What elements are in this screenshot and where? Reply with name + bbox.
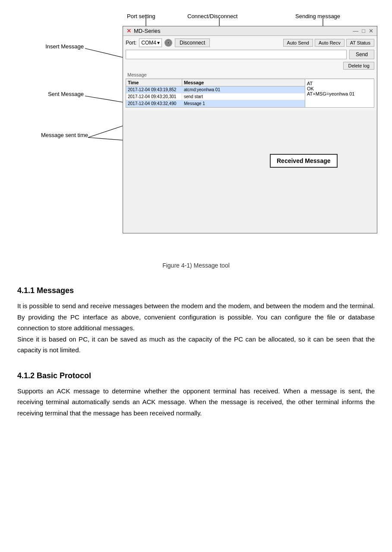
section-messages: 4.1.1 Messages It is possible to send an… [17, 286, 375, 356]
title-x-icon: ✕ [126, 28, 131, 34]
window-title: MD-Series [134, 28, 160, 34]
svg-line-5 [88, 124, 127, 137]
annotation-insert: Insert Message [32, 43, 84, 50]
window-titlebar: ✕ MD-Series — □ ✕ [123, 26, 377, 36]
cell-time-2: 2017-12-04 09:43:20,301 [126, 93, 182, 100]
svg-line-6 [88, 137, 127, 140]
svg-line-3 [85, 48, 127, 58]
col-message-header: Message [182, 79, 305, 86]
svg-line-4 [85, 96, 127, 103]
port-row: Port: COM4 ▾ Disconnect Auto Send [126, 38, 374, 47]
input-row: Send [126, 50, 374, 59]
right-line-1: AT [307, 81, 372, 86]
section-basic-protocol: 4.1.2 Basic Protocol Supports an ACK mes… [17, 371, 375, 419]
section-para-1: It is possible to send and receive messa… [17, 300, 375, 334]
table-row: 2017-12-04 09:43:32,490 Message 1 [126, 100, 305, 107]
auto-send-button[interactable]: Auto Send [283, 39, 313, 47]
port-value: COM4 [141, 40, 156, 46]
port-icon [164, 39, 172, 47]
section-body-messages: It is possible to send and receive messa… [17, 300, 375, 356]
annotation-port-setting: Port setting [127, 13, 155, 19]
svg-point-9 [168, 42, 169, 44]
window-mockup: ✕ MD-Series — □ ✕ Port: COM4 ▾ [123, 26, 377, 233]
disconnect-button[interactable]: Disconnect [175, 38, 210, 47]
section-para-2: Since it is based on PC, it can be saved… [17, 334, 375, 356]
figure-container: Port setting Connect/Disconnect Sending … [17, 9, 375, 269]
message-table: Time Message 2017-12-04 09:43:19,852 atc… [126, 79, 305, 108]
window-controls: — □ ✕ [353, 28, 373, 34]
minimize-icon[interactable]: — [353, 28, 358, 34]
cell-content-3: Message 1 [182, 100, 305, 107]
send-button[interactable]: Send [349, 50, 374, 59]
annotation-msg-sent-time: Message sent time [32, 132, 88, 138]
annotation-sending: Sending message [295, 13, 340, 19]
cell-time-1: 2017-12-04 09:43:19,852 [126, 86, 182, 93]
figure-caption: Figure 4-1) Message tool [162, 262, 230, 269]
delete-log-row: Delete log [126, 62, 374, 70]
cell-time-3: 2017-12-04 09:43:32,490 [126, 100, 182, 107]
window-title-left: ✕ MD-Series [126, 28, 160, 34]
diagram-area: Port setting Connect/Disconnect Sending … [23, 9, 369, 251]
btn-right-group: Auto Send Auto Recv AT Status [283, 39, 374, 47]
message-section: Time Message 2017-12-04 09:43:19,852 atc… [126, 79, 374, 108]
col-time-header: Time [126, 79, 182, 86]
dropdown-icon: ▾ [157, 40, 160, 46]
section-heading-messages: 4.1.1 Messages [17, 286, 375, 295]
annotation-sent: Sent Message [32, 91, 84, 97]
window-body: Port: COM4 ▾ Disconnect Auto Send [123, 36, 377, 110]
table-row: 2017-12-04 09:43:20,301 send start [126, 93, 305, 100]
section-para-3: Supports an ACK message to determine whe… [17, 386, 375, 419]
maximize-icon[interactable]: □ [362, 28, 365, 34]
port-select[interactable]: COM4 ▾ [139, 38, 162, 47]
section-body-protocol: Supports an ACK message to determine whe… [17, 386, 375, 419]
right-line-2: OK [307, 86, 372, 91]
close-icon[interactable]: ✕ [369, 28, 373, 34]
message-section-label: Message [126, 71, 374, 79]
annotation-connect: Connect/Disconnect [187, 13, 237, 19]
delete-log-button[interactable]: Delete log [343, 62, 374, 70]
table-header-row: Time Message [126, 79, 305, 86]
right-line-3: AT+MSG=yeonhwa 01 [307, 91, 372, 96]
message-right-panel: AT OK AT+MSG=yeonhwa 01 [305, 79, 374, 108]
auto-recv-button[interactable]: Auto Recv [315, 39, 345, 47]
at-status-button[interactable]: AT Status [346, 39, 374, 47]
table-row: 2017-12-04 09:43:19,852 atcmd:yeonhwa 01 [126, 86, 305, 93]
port-label: Port: [126, 40, 136, 46]
cell-content-2: send start [182, 93, 305, 100]
message-input[interactable] [126, 50, 347, 59]
received-message-bubble: Received Message [270, 154, 338, 168]
section-heading-protocol: 4.1.2 Basic Protocol [17, 371, 375, 380]
cell-content-1: atcmd:yeonhwa 01 [182, 86, 305, 93]
